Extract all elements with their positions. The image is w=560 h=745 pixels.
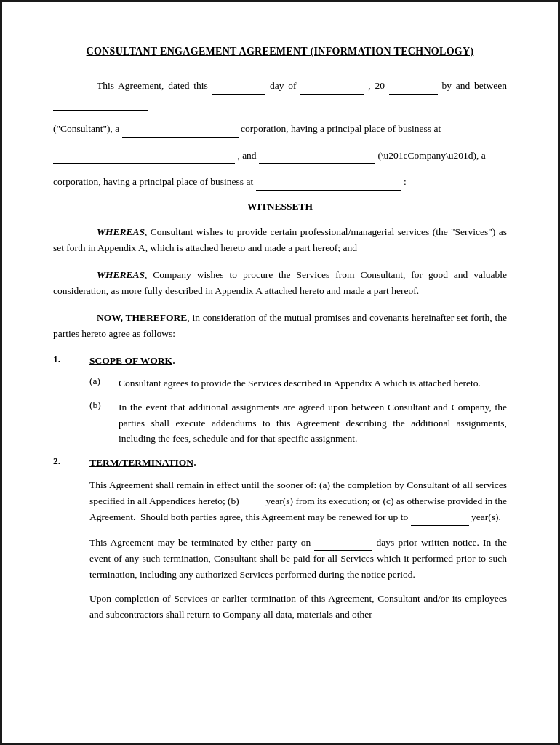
- company-name-blank[interactable]: [259, 148, 375, 164]
- days-blank[interactable]: [314, 535, 372, 551]
- whereas-keyword-1: WHEREAS: [97, 226, 145, 237]
- intro-text-1: This Agreement, dated this: [97, 80, 208, 91]
- now-keyword: NOW, THEREFORE: [97, 312, 187, 323]
- intro-paragraph-4: corporation, having a principal place of…: [53, 174, 507, 191]
- date-blank[interactable]: [300, 78, 364, 95]
- section-2: 2. TERM/TERMINATION.: [53, 455, 507, 469]
- intro-paragraph-2: ("Consultant"), a corporation, having a …: [53, 121, 507, 138]
- section-2-title-container: TERM/TERMINATION.: [89, 455, 196, 469]
- document-title: CONSULTANT ENGAGEMENT AGREEMENT (INFORMA…: [53, 46, 507, 57]
- section-2-num: 2.: [53, 455, 89, 469]
- corp-text: corporation, having a principal place of…: [241, 123, 441, 134]
- year-prefix: , 20: [368, 80, 385, 91]
- consultant-prefix: ("Consultant"), a: [53, 123, 122, 134]
- and-text: , and: [237, 150, 259, 161]
- witnesseth-header: WITNESSETH: [53, 201, 507, 212]
- sub-content-a: Consultant agrees to provide the Service…: [119, 375, 507, 391]
- document-page: CONSULTANT ENGAGEMENT AGREEMENT (INFORMA…: [0, 0, 560, 745]
- section-2-para-2: This Agreement may be terminated by eith…: [89, 535, 507, 583]
- section-1-period: .: [172, 354, 175, 366]
- by-between-text: by and between: [441, 80, 507, 91]
- day-blank[interactable]: [212, 78, 266, 95]
- section-2-title: TERM/TERMINATION: [89, 457, 193, 468]
- section-1-num: 1.: [53, 354, 89, 367]
- section-1-title: SCOPE OF WORK: [89, 355, 172, 366]
- company-suffix: (\u201cCompany\u201d), a: [377, 150, 485, 161]
- whereas-paragraph-2: WHEREAS, Company wishes to procure the S…: [53, 267, 507, 298]
- day-of-text: day of: [270, 80, 300, 91]
- now-therefore-paragraph: NOW, THEREFORE, in consideration of the …: [53, 310, 507, 341]
- section-1a: (a) Consultant agrees to provide the Ser…: [89, 375, 507, 391]
- address-blank[interactable]: [53, 148, 235, 164]
- corp2-text: corporation, having a principal place of…: [53, 176, 256, 187]
- whereas-keyword-2: WHEREAS: [97, 269, 145, 280]
- section-2-period: .: [193, 455, 196, 468]
- year-blank[interactable]: [389, 78, 438, 95]
- section-1: 1. SCOPE OF WORK.: [53, 354, 507, 367]
- renew-blank[interactable]: [411, 509, 469, 526]
- company-address-blank[interactable]: [256, 174, 401, 191]
- years-blank-1[interactable]: [241, 493, 263, 510]
- whereas-paragraph-1: WHEREAS, Consultant wishes to provide ce…: [53, 224, 507, 255]
- sub-content-b: In the event that additional assignments…: [119, 399, 507, 447]
- sub-label-b: (b): [89, 399, 119, 447]
- colon: :: [404, 176, 407, 187]
- intro-paragraph-3: , and (\u201cCompany\u201d), a: [53, 148, 507, 164]
- name-blank[interactable]: [53, 95, 148, 111]
- section-1b: (b) In the event that additional assignm…: [89, 399, 507, 447]
- section-2-para-1: This Agreement shall remain in effect un…: [89, 477, 507, 526]
- sub-label-a: (a): [89, 375, 119, 391]
- section-1-title-container: SCOPE OF WORK.: [89, 354, 175, 367]
- consultant-corp-blank[interactable]: [122, 121, 239, 138]
- intro-paragraph: This Agreement, dated this day of , 20 b…: [53, 78, 507, 111]
- section-2-para-3: Upon completion of Services or earlier t…: [89, 591, 507, 622]
